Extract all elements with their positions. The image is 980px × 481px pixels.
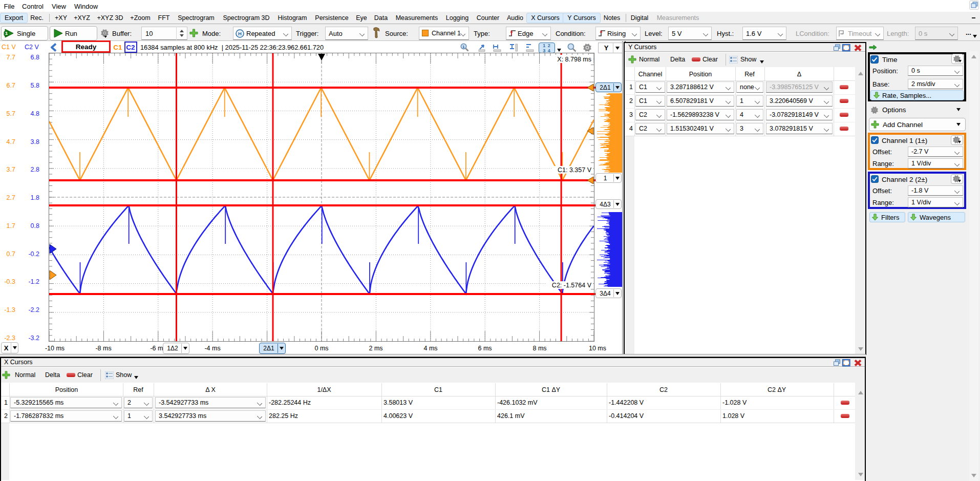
svg-text:C1: 3.357 V: C1: 3.357 V xyxy=(558,166,592,174)
svg-text:X: 8.798 ms: X: 8.798 ms xyxy=(557,56,591,63)
svg-text:1: 1 xyxy=(462,45,465,49)
svg-text:1: 1 xyxy=(5,31,8,36)
svg-text:H: H xyxy=(238,31,242,36)
svg-text:C2: -1.5764 V: C2: -1.5764 V xyxy=(552,282,592,289)
